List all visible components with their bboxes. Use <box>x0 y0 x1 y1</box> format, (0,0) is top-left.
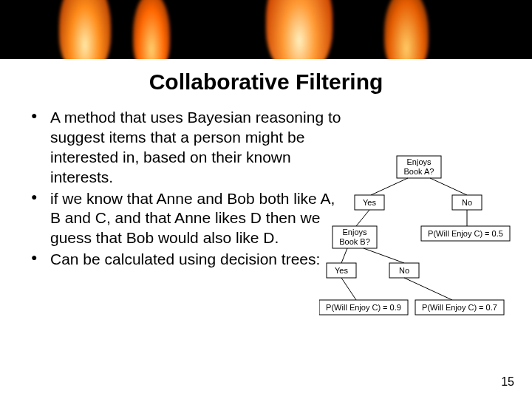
svg-line-13 <box>341 278 356 300</box>
node-root-a-line2: Book A? <box>404 167 434 176</box>
flame-shape <box>59 0 111 59</box>
bullet-list: A method that uses Bayesian reasoning to… <box>30 108 347 270</box>
flame-shape <box>133 0 170 59</box>
decision-tree-diagram: Enjoys Book A? Yes No Enjoys Book B? P(W… <box>319 152 511 344</box>
svg-line-14 <box>404 278 452 300</box>
slide-title: Collaborative Filtering <box>0 69 532 95</box>
body-area: A method that uses Bayesian reasoning to… <box>0 108 532 270</box>
leaf-p09: P(Will Enjoy C) = 0.9 <box>326 303 401 312</box>
leaf-p05: P(Will Enjoy C) = 0.5 <box>428 229 503 238</box>
svg-line-1 <box>371 178 408 195</box>
bullet-item: Can be calculated using decision trees: <box>30 250 347 270</box>
svg-line-9 <box>341 248 347 263</box>
page-number: 15 <box>501 375 514 389</box>
svg-line-5 <box>356 210 369 226</box>
bullet-item: if we know that Anne and Bob both like A… <box>30 189 347 249</box>
banner-graphic <box>0 0 532 59</box>
node-no-a: No <box>462 198 472 207</box>
node-yes-a: Yes <box>363 198 376 207</box>
bullet-item: A method that uses Bayesian reasoning to… <box>30 108 347 188</box>
flame-shape <box>384 0 429 59</box>
node-yes-b: Yes <box>335 266 348 275</box>
leaf-p07: P(Will Enjoy C) = 0.7 <box>422 303 497 312</box>
svg-line-10 <box>364 248 404 263</box>
node-root-a-line1: Enjoys <box>406 157 432 166</box>
node-root-b-line2: Book B? <box>339 237 370 246</box>
flame-shape <box>266 0 332 59</box>
node-no-b: No <box>399 266 409 275</box>
svg-line-2 <box>430 178 467 195</box>
node-root-b-line1: Enjoys <box>342 228 367 236</box>
